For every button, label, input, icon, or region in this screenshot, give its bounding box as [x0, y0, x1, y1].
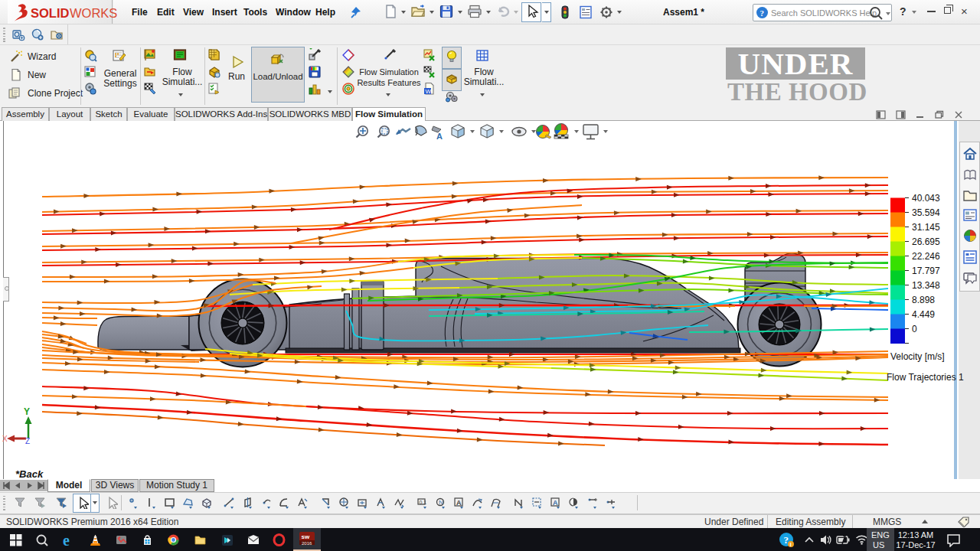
svg-text:22.246: 22.246	[912, 251, 940, 262]
svg-text:SOLID: SOLID	[31, 6, 70, 20]
svg-text:?: ?	[784, 534, 789, 546]
svg-text:40.043: 40.043	[912, 193, 940, 204]
svg-text:A: A	[456, 499, 462, 507]
svg-text:Z: Z	[25, 437, 30, 445]
svg-text:A: A	[436, 132, 443, 141]
svg-text:Velocity [m/s]: Velocity [m/s]	[890, 351, 945, 362]
svg-text:WORKS: WORKS	[70, 6, 117, 20]
svg-text:2016: 2016	[302, 541, 312, 546]
svg-text:i: i	[790, 541, 792, 548]
svg-text:26.695: 26.695	[912, 236, 940, 247]
svg-text:31.145: 31.145	[912, 222, 940, 233]
svg-text:*Back: *Back	[15, 468, 44, 480]
svg-text:X: X	[2, 435, 8, 443]
svg-text:35.594: 35.594	[912, 207, 940, 218]
svg-text:W: W	[426, 88, 432, 95]
svg-text:?: ?	[760, 8, 765, 18]
svg-text:Y: Y	[24, 406, 30, 417]
svg-text:0.1: 0.1	[420, 500, 427, 505]
svg-text:sw: sw	[302, 533, 310, 540]
svg-text:N: N	[439, 499, 443, 506]
svg-text:17.797: 17.797	[912, 266, 940, 276]
svg-text:A: A	[553, 499, 558, 507]
svg-text:e: e	[63, 533, 70, 546]
svg-text:13.348: 13.348	[912, 280, 940, 291]
svg-text:8.898: 8.898	[912, 295, 935, 305]
svg-text:0: 0	[912, 324, 917, 334]
svg-text:4.449: 4.449	[912, 309, 935, 320]
